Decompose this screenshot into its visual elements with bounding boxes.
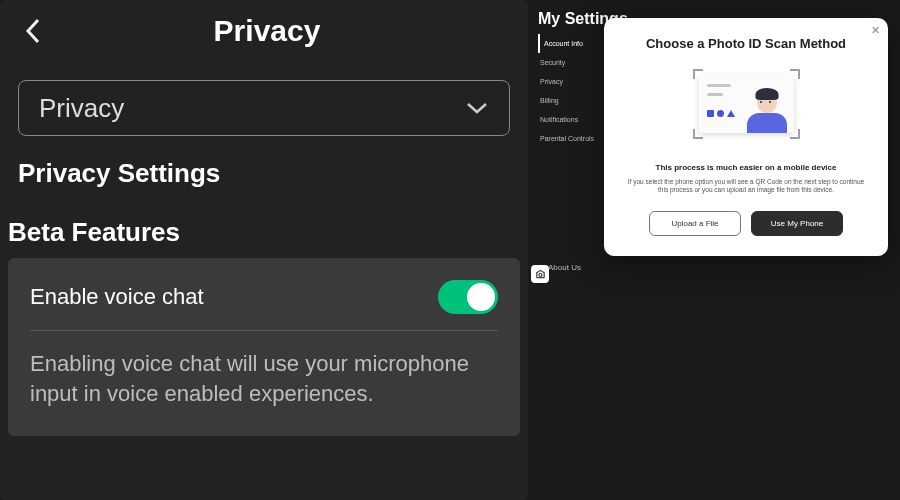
close-button[interactable]: ✕ xyxy=(871,24,880,37)
sidebar-item-privacy[interactable]: Privacy xyxy=(538,72,608,91)
id-scan-modal: ✕ Choose a Photo ID Scan Method xyxy=(604,18,888,256)
back-button[interactable] xyxy=(18,16,48,46)
square-icon xyxy=(707,110,714,117)
sidebar-item-notifications[interactable]: Notifications xyxy=(538,110,608,129)
circle-icon xyxy=(717,110,724,117)
privacy-header: Privacy xyxy=(0,0,528,66)
modal-subtitle: This process is much easier on a mobile … xyxy=(656,163,837,172)
web-settings-panel: My Settings Account Info Security Privac… xyxy=(528,0,900,500)
camera-icon xyxy=(535,269,546,280)
settings-sidebar: Account Info Security Privacy Billing No… xyxy=(538,34,608,148)
chevron-left-icon xyxy=(24,17,42,45)
sidebar-item-account-info[interactable]: Account Info xyxy=(538,34,608,53)
sidebar-item-billing[interactable]: Billing xyxy=(538,91,608,110)
modal-button-row: Upload a File Use My Phone xyxy=(620,211,872,236)
close-icon: ✕ xyxy=(871,24,880,36)
section-heading-privacy-settings: Privacy Settings xyxy=(18,158,510,189)
voice-chat-description: Enabling voice chat will use your microp… xyxy=(30,349,498,408)
voice-chat-row: Enable voice chat xyxy=(30,280,498,331)
privacy-panel: Privacy Privacy Privacy Settings Beta Fe… xyxy=(0,0,528,500)
section-heading-beta-features: Beta Features xyxy=(8,217,520,248)
id-card-illustration xyxy=(693,69,800,139)
privacy-category-dropdown[interactable]: Privacy xyxy=(18,80,510,136)
footer-link-about[interactable]: About Us xyxy=(548,263,581,272)
sidebar-item-security[interactable]: Security xyxy=(538,53,608,72)
triangle-icon xyxy=(727,110,735,117)
page-title: Privacy xyxy=(62,14,472,48)
dropdown-label: Privacy xyxy=(39,93,465,124)
use-my-phone-button[interactable]: Use My Phone xyxy=(751,211,843,236)
modal-description: If you select the phone option you will … xyxy=(620,178,872,195)
svg-point-0 xyxy=(538,273,541,276)
chevron-down-icon xyxy=(465,101,489,115)
camera-badge[interactable] xyxy=(531,265,549,283)
voice-chat-label: Enable voice chat xyxy=(30,284,438,310)
person-icon xyxy=(747,87,787,133)
voice-chat-toggle[interactable] xyxy=(438,280,498,314)
toggle-knob xyxy=(467,283,495,311)
upload-file-button[interactable]: Upload a File xyxy=(649,211,741,236)
voice-chat-card: Enable voice chat Enabling voice chat wi… xyxy=(8,258,520,436)
modal-title: Choose a Photo ID Scan Method xyxy=(646,36,846,51)
sidebar-item-parental-controls[interactable]: Parental Controls xyxy=(538,129,608,148)
